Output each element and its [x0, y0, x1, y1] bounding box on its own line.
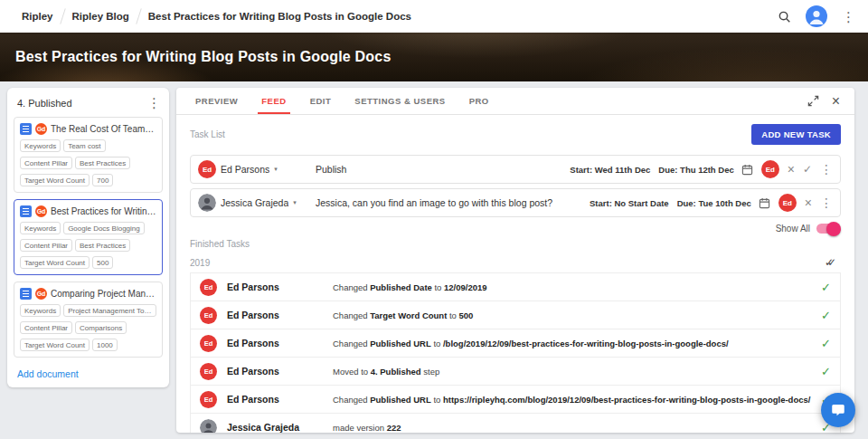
- topbar-more-menu-icon[interactable]: ⋮: [842, 10, 855, 24]
- breadcrumb-item-current-doc[interactable]: Best Practices for Writing Blog Posts in…: [139, 11, 420, 22]
- tab-edit[interactable]: EDIT: [298, 88, 344, 114]
- user-avatar[interactable]: [806, 5, 827, 27]
- task-more-menu-icon[interactable]: ⋮: [820, 163, 833, 176]
- assignee-name: Ed Parsons: [221, 164, 269, 175]
- finished-task-row: Ed Ed Parsons Changed Published Date to …: [190, 272, 841, 301]
- page-title: Best Practices for Writing Blog Posts in…: [15, 49, 392, 65]
- field-label-chip: Target Word Count: [20, 174, 90, 186]
- finished-user-name: Jessica Grajeda: [217, 422, 333, 433]
- ed-avatar: Ed: [200, 363, 217, 380]
- finished-check-icon[interactable]: ✓: [821, 309, 831, 322]
- document-card[interactable]: Gd The Real Cost Of Team Mis... Keywords…: [14, 117, 163, 193]
- double-check-icon[interactable]: ✓✓: [825, 256, 836, 269]
- finished-task-row: Jessica Grajeda made version 222 ✓: [190, 413, 841, 433]
- field-value-chip: Best Practices: [75, 157, 130, 169]
- field-value-chip: Project Management Tools: [63, 304, 156, 317]
- finished-task-row: Ed Ed Parsons Moved to 4. Published step…: [190, 357, 841, 386]
- tab-preview[interactable]: PREVIEW: [184, 88, 250, 114]
- calendar-icon[interactable]: [741, 164, 753, 176]
- document-icon: [20, 123, 32, 135]
- document-card-title: The Real Cost Of Team Mis...: [51, 124, 156, 134]
- assigned-user-avatar: Ed: [778, 194, 797, 212]
- add-document-link[interactable]: Add document: [14, 364, 163, 381]
- calendar-icon[interactable]: [759, 197, 770, 209]
- ed-avatar: Ed: [200, 335, 217, 352]
- document-card[interactable]: Gd Comparing Project Manag... KeywordsPr…: [14, 282, 163, 358]
- field-label-chip: Content Pillar: [20, 157, 72, 169]
- task-text[interactable]: Publish: [299, 164, 562, 175]
- breadcrumb-item-ripley-blog[interactable]: Ripley Blog: [63, 11, 138, 22]
- finished-tasks-heading: Finished Tasks: [190, 239, 841, 249]
- assignee-dropdown[interactable]: Ed Ed Parsons ▾: [198, 160, 299, 178]
- delete-task-icon[interactable]: ×: [805, 196, 812, 209]
- document-icon: [20, 288, 32, 300]
- add-new-task-button[interactable]: ADD NEW TASK: [751, 124, 841, 145]
- document-card-title: Comparing Project Manag...: [51, 289, 156, 299]
- document-banner: Best Practices for Writing Blog Posts in…: [0, 33, 868, 81]
- expand-icon[interactable]: [807, 95, 819, 107]
- field-label-chip: Keywords: [20, 139, 61, 152]
- ed-avatar: Ed: [200, 307, 217, 324]
- delete-task-icon[interactable]: ×: [788, 163, 795, 176]
- finished-check-icon[interactable]: ✓: [821, 365, 831, 378]
- document-card-selected[interactable]: Gd Best Practices for Writing ... Keywor…: [14, 199, 163, 275]
- finished-task-row: Ed Ed Parsons Changed Target Word Count …: [190, 301, 841, 329]
- finished-action-text: Changed Published Date to 12/09/2019: [333, 282, 812, 292]
- tab-pro[interactable]: PRO: [458, 88, 501, 114]
- field-label-chip: Keywords: [20, 222, 61, 234]
- finished-action-text: Changed Published URL to /blog/2019/12/0…: [333, 339, 812, 348]
- field-value-chip: Google Docs Blogging: [63, 222, 145, 234]
- show-all-toggle[interactable]: [816, 224, 839, 234]
- finished-user-name: Ed Parsons: [217, 366, 333, 377]
- complete-task-icon[interactable]: ✓: [803, 164, 812, 175]
- finished-action-text: made version 222: [333, 423, 812, 433]
- task-more-menu-icon[interactable]: ⋮: [820, 196, 833, 209]
- assigned-user-avatar: Ed: [761, 160, 779, 178]
- task-row: Jessica Grajeda ▾ Jessica, can you find …: [190, 188, 841, 217]
- close-icon[interactable]: ×: [832, 94, 840, 109]
- finished-user-name: Ed Parsons: [217, 282, 333, 292]
- document-detail-panel: PREVIEW FEED EDIT SETTINGS & USERS PRO ×…: [176, 88, 854, 433]
- tab-feed[interactable]: FEED: [250, 88, 297, 114]
- google-docs-badge-icon: Gd: [35, 288, 47, 300]
- ed-avatar: Ed: [198, 160, 216, 178]
- ed-avatar: Ed: [200, 279, 217, 296]
- tab-settings-users[interactable]: SETTINGS & USERS: [343, 88, 457, 114]
- finished-action-text: Moved to 4. Published step: [333, 367, 812, 377]
- field-value-chip: Best Practices: [75, 239, 130, 252]
- field-value-chip: Team cost: [63, 139, 105, 152]
- search-icon[interactable]: [778, 10, 791, 24]
- task-start-date: Start: Wed 11th Dec: [570, 165, 650, 175]
- assignee-dropdown[interactable]: Jessica Grajeda ▾: [198, 194, 299, 212]
- chat-icon: [830, 402, 846, 418]
- finished-user-name: Ed Parsons: [217, 338, 333, 348]
- google-docs-badge-icon: Gd: [35, 123, 47, 135]
- task-due-date: Due: Thu 12th Dec: [658, 165, 733, 175]
- breadcrumb-item-ripley[interactable]: Ripley: [13, 11, 62, 22]
- chat-widget-button[interactable]: [821, 393, 855, 427]
- field-label-chip: Content Pillar: [20, 239, 72, 252]
- task-text[interactable]: Jessica, can you find an image to go wit…: [299, 197, 582, 208]
- field-value-chip: 1000: [92, 339, 118, 351]
- field-label-chip: Keywords: [20, 304, 61, 317]
- finished-user-name: Ed Parsons: [217, 394, 333, 405]
- jessica-avatar: [200, 419, 217, 434]
- document-card-title: Best Practices for Writing ...: [51, 206, 156, 216]
- ed-avatar: Ed: [200, 391, 217, 408]
- finished-check-icon[interactable]: ✓: [821, 337, 831, 350]
- finished-year-label: 2019: [190, 258, 210, 268]
- task-list-heading: Task List: [190, 129, 225, 139]
- field-value-chip: Comparisons: [75, 321, 127, 334]
- finished-check-icon[interactable]: ✓: [821, 281, 831, 294]
- finished-task-row: Ed Ed Parsons Changed Published URL to h…: [190, 385, 841, 414]
- finished-user-name: Ed Parsons: [217, 310, 333, 320]
- jessica-avatar: [198, 194, 216, 212]
- chevron-down-icon: ▾: [293, 199, 297, 206]
- task-due-date: Due: Tue 10th Dec: [677, 198, 751, 208]
- chevron-down-icon: ▾: [274, 166, 278, 173]
- show-all-label: Show All: [776, 224, 810, 234]
- document-icon: [20, 205, 32, 217]
- column-more-menu-icon[interactable]: ⋮: [147, 96, 161, 110]
- kanban-column-title: 4. Published: [17, 98, 72, 109]
- task-dates: Start: No Start Date Due: Tue 10th Dec: [590, 198, 751, 208]
